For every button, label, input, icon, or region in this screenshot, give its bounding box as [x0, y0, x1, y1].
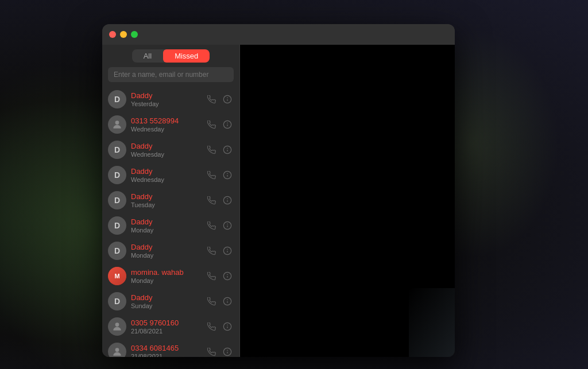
- search-input[interactable]: [108, 67, 234, 82]
- call-time: Sunday: [131, 302, 200, 309]
- call-info-icon[interactable]: [221, 320, 234, 333]
- title-bar: [102, 24, 455, 45]
- call-phone-icon[interactable]: [205, 345, 218, 357]
- avatar: D: [108, 141, 126, 159]
- call-time: Monday: [131, 277, 200, 284]
- avatar: M: [108, 267, 126, 285]
- call-actions: [205, 143, 234, 156]
- call-time: Monday: [131, 227, 200, 234]
- call-actions: [205, 320, 234, 333]
- call-phone-icon[interactable]: [205, 219, 218, 232]
- avatar: D: [108, 191, 126, 209]
- tab-all[interactable]: All: [132, 49, 163, 63]
- svg-point-28: [115, 323, 119, 327]
- call-time: 21/08/2021: [131, 353, 200, 357]
- call-item[interactable]: DDaddyTuesday: [102, 188, 239, 213]
- right-panel: [240, 45, 455, 357]
- call-phone-icon[interactable]: [205, 270, 218, 282]
- call-actions: [205, 93, 234, 106]
- call-phone-icon[interactable]: [205, 244, 218, 257]
- call-phone-icon[interactable]: [205, 295, 218, 308]
- call-name: Daddy: [131, 167, 200, 176]
- call-item[interactable]: DDaddyWednesday: [102, 162, 239, 188]
- call-phone-icon[interactable]: [205, 320, 218, 333]
- call-item[interactable]: 0334 608146521/08/2021: [102, 339, 239, 357]
- avatar: D: [108, 216, 126, 235]
- call-item[interactable]: DDaddySunday: [102, 289, 239, 314]
- avatar: D: [108, 242, 126, 260]
- call-phone-icon[interactable]: [205, 93, 218, 106]
- call-info-icon[interactable]: [221, 143, 234, 156]
- call-name: 0334 6081465: [131, 344, 200, 352]
- call-info: DaddyTuesday: [131, 192, 200, 208]
- call-name: Daddy: [131, 217, 200, 226]
- call-info-icon[interactable]: [221, 169, 234, 181]
- call-actions: [205, 345, 234, 357]
- call-item[interactable]: Mmomina. wahabMonday: [102, 263, 239, 289]
- call-info-icon[interactable]: [221, 345, 234, 357]
- call-info-icon[interactable]: [221, 118, 234, 131]
- call-actions: [205, 169, 234, 181]
- call-name: Daddy: [131, 192, 200, 201]
- search-box: [102, 67, 239, 87]
- call-name: Daddy: [131, 91, 200, 100]
- call-info-icon[interactable]: [221, 219, 234, 232]
- call-name: Daddy: [131, 293, 200, 302]
- content-area: All Missed DDaddyYesterday 0313 5528994W…: [102, 45, 455, 357]
- tab-missed[interactable]: Missed: [163, 49, 210, 63]
- maximize-button[interactable]: [131, 31, 138, 38]
- call-name: 0305 9760160: [131, 318, 200, 327]
- call-time: Tuesday: [131, 201, 200, 208]
- avatar: [108, 343, 126, 357]
- call-time: Wednesday: [131, 151, 200, 158]
- call-info: DaddySunday: [131, 293, 200, 309]
- call-item[interactable]: 0305 976016021/08/2021: [102, 314, 239, 339]
- call-name: 0313 5528994: [131, 116, 200, 125]
- call-time: 21/08/2021: [131, 328, 200, 335]
- call-actions: [205, 219, 234, 232]
- traffic-lights: [109, 31, 138, 38]
- left-panel: All Missed DDaddyYesterday 0313 5528994W…: [102, 45, 240, 357]
- call-info-icon[interactable]: [221, 295, 234, 308]
- call-actions: [205, 118, 234, 131]
- avatar: D: [108, 166, 126, 184]
- call-info: DaddyWednesday: [131, 167, 200, 183]
- avatar: [108, 317, 126, 336]
- call-info-icon[interactable]: [221, 270, 234, 282]
- call-actions: [205, 270, 234, 282]
- avatar: [108, 115, 126, 134]
- call-info: DaddyYesterday: [131, 91, 200, 107]
- call-time: Wednesday: [131, 176, 200, 183]
- call-actions: [205, 244, 234, 257]
- call-time: Yesterday: [131, 100, 200, 107]
- call-name: Daddy: [131, 243, 200, 251]
- call-phone-icon[interactable]: [205, 194, 218, 207]
- avatar: D: [108, 292, 126, 310]
- call-actions: [205, 295, 234, 308]
- call-info: momina. wahabMonday: [131, 268, 200, 284]
- call-info: 0305 976016021/08/2021: [131, 318, 200, 335]
- call-info-icon[interactable]: [221, 93, 234, 106]
- call-item[interactable]: DDaddyMonday: [102, 213, 239, 238]
- tab-group: All Missed: [132, 49, 210, 63]
- call-actions: [205, 194, 234, 207]
- call-item[interactable]: 0313 5528994Wednesday: [102, 112, 239, 137]
- main-window: All Missed DDaddyYesterday 0313 5528994W…: [102, 24, 455, 357]
- minimize-button[interactable]: [120, 31, 127, 38]
- call-info: 0313 5528994Wednesday: [131, 116, 200, 133]
- close-button[interactable]: [109, 31, 116, 38]
- call-phone-icon[interactable]: [205, 169, 218, 181]
- call-item[interactable]: DDaddyYesterday: [102, 87, 239, 112]
- call-phone-icon[interactable]: [205, 143, 218, 156]
- call-name: Daddy: [131, 142, 200, 150]
- call-item[interactable]: DDaddyMonday: [102, 238, 239, 263]
- call-info: DaddyMonday: [131, 217, 200, 234]
- call-info-icon[interactable]: [221, 194, 234, 207]
- call-phone-icon[interactable]: [205, 118, 218, 131]
- tab-bar: All Missed: [102, 45, 239, 67]
- call-time: Wednesday: [131, 126, 200, 133]
- call-item[interactable]: DDaddyWednesday: [102, 137, 239, 162]
- call-name: momina. wahab: [131, 268, 200, 277]
- call-info-icon[interactable]: [221, 244, 234, 257]
- video-area: [240, 45, 455, 357]
